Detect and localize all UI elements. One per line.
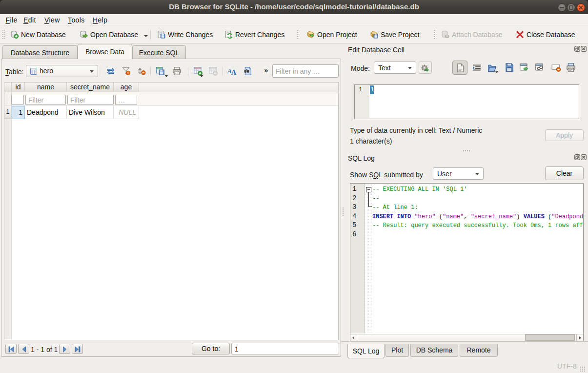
- svg-text:A: A: [231, 68, 237, 76]
